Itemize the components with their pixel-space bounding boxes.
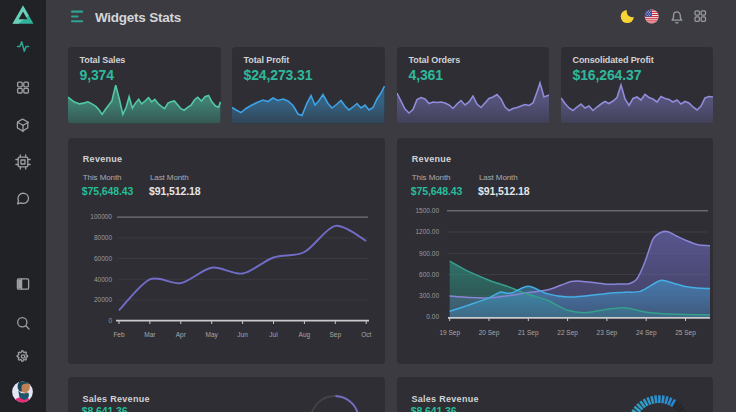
svg-text:80000: 80000 (94, 234, 112, 241)
svg-text:23 Sep: 23 Sep (597, 329, 618, 337)
svg-text:1500.00: 1500.00 (416, 207, 440, 214)
svg-text:19 Sep: 19 Sep (439, 329, 460, 337)
svg-text:Feb: Feb (113, 331, 125, 338)
svg-text:900.00: 900.00 (419, 250, 439, 257)
svg-text:60000: 60000 (94, 255, 112, 262)
svg-text:21 Sep: 21 Sep (518, 329, 539, 337)
svg-text:Oct: Oct (361, 331, 371, 338)
svg-text:20000: 20000 (94, 296, 112, 303)
svg-text:24 Sep: 24 Sep (636, 329, 657, 337)
svg-text:Jul: Jul (269, 331, 278, 338)
svg-text:0.00: 0.00 (426, 313, 439, 320)
svg-text:Jun: Jun (237, 331, 248, 338)
svg-text:Aug: Aug (299, 331, 311, 339)
svg-text:Mar: Mar (144, 331, 156, 338)
svg-text:100000: 100000 (90, 213, 112, 220)
svg-text:1200.00: 1200.00 (416, 228, 440, 235)
svg-text:Apr: Apr (176, 331, 187, 339)
svg-text:20 Sep: 20 Sep (479, 329, 500, 337)
svg-text:May: May (206, 331, 219, 339)
svg-text:22 Sep: 22 Sep (557, 329, 578, 337)
svg-text:300.00: 300.00 (419, 292, 439, 299)
svg-text:40000: 40000 (94, 276, 112, 283)
svg-text:25 Sep: 25 Sep (675, 329, 696, 337)
svg-text:600.00: 600.00 (419, 271, 439, 278)
svg-text:Sep: Sep (330, 331, 342, 339)
svg-text:0: 0 (108, 317, 112, 324)
